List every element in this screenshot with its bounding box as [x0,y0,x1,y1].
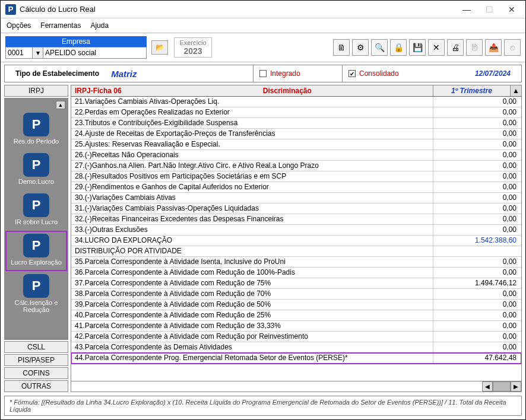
tab-outras[interactable]: OUTRAS [4,380,68,392]
open-folder-button[interactable]: 📂 [151,40,168,55]
row-description: 40.Parcela Correspondente à Atividade co… [71,310,433,320]
tb-lock-button[interactable]: 🔒 [390,39,407,56]
tb-search-button[interactable]: 🔍 [371,39,388,56]
sidebar-item-lucro-exploracao[interactable]: P Lucro Exploração [6,231,66,271]
table-row[interactable]: 34.LUCRO DA EXPLORAÇÃO1.542.388,60 [71,236,521,246]
tb-exit-button[interactable]: ⎋ [504,39,521,56]
table-row[interactable]: 40.Parcela Correspondente à Atividade co… [71,310,521,321]
empresa-code-input[interactable] [5,47,33,59]
table-row[interactable]: 31.(-)Variações Cambiais Passivas-Operaç… [71,203,521,214]
menu-opcoes[interactable]: Opções [7,21,31,30]
maximize-button[interactable]: ☐ [478,1,500,18]
table-row[interactable]: 39.Parcela Correspondente à Atividade co… [71,300,521,310]
tb-export-button[interactable]: 📤 [485,39,502,56]
row-description: 38.Parcela Correspondente à Atividade co… [71,289,433,299]
p-icon: P [23,113,49,136]
row-description: 33.(-)Outras Exclusões [71,225,433,235]
search-icon: 🔍 [375,43,385,52]
table-row[interactable]: 21.Variações Cambiais Ativas-Operações L… [71,97,521,107]
hscroll-right[interactable]: ▶ [511,381,521,392]
table-row[interactable]: 26.(-)Receitas Não Operacionais0,00 [71,150,521,161]
integrado-checkbox[interactable] [259,70,267,77]
grid-discriminacao-label: Discriminação [263,87,312,95]
hscroll-left[interactable]: ◀ [482,381,493,392]
table-row[interactable]: 36.Parcela Correspondente à Atividade co… [71,268,521,278]
table-row[interactable]: 41.Parcela Correspondente à Atividade co… [71,321,521,332]
table-row[interactable]: 35.Parcela Correspondente à Atividade Is… [71,257,521,268]
tb-settings-button[interactable]: ⚙ [352,39,369,56]
row-value: 0,00 [433,257,521,267]
row-description: 21.Variações Cambiais Ativas-Operações L… [71,97,433,107]
grid-scroll-up[interactable]: ▲ [511,85,521,96]
table-row[interactable]: 22.Perdas em Operações Realizadas no Ext… [71,107,521,118]
empresa-apelido-input[interactable] [43,47,147,59]
table-row[interactable]: 32.(-)Receitas Financeiras Excedentes da… [71,214,521,225]
grid-body: 21.Variações Cambiais Ativas-Operações L… [71,97,521,381]
tab-csll[interactable]: CSLL [4,341,68,353]
sidebar-item-ir-sobre-lucro[interactable]: P IR sobre Lucro [6,191,66,230]
document-icon: 🗎 [337,43,346,52]
table-row[interactable]: 37.Parcela Correspondente à Atividade co… [71,278,521,289]
table-row[interactable]: 29.(-)Rendimentos e Ganhos de Capital Au… [71,182,521,193]
row-value: 0,00 [433,97,521,107]
menu-ajuda[interactable]: Ajuda [90,21,109,30]
sidebar-item-demo-lucro[interactable]: P Demo.Lucro [6,151,66,190]
row-description: 27.(-)Ganhos.na Alien. Part.Não Integr.A… [71,161,433,171]
row-value: 0,00 [433,171,521,182]
row-value: 0,00 [433,150,521,160]
menu-bar: Opções Ferramentas Ajuda [1,18,525,33]
row-description: 25.Ajustes: Reservas Reavaliação e Espec… [71,139,433,149]
sidebar-item-calc-isencao[interactable]: P Cálc.Isenção e Redução [6,272,66,318]
delete-icon: ✕ [433,43,440,52]
table-row[interactable]: 30.(-)Variações Cambiais Ativas0,00 [71,193,521,203]
sidebar-scroll-up[interactable]: ▲ [56,101,65,109]
row-value: 0,00 [433,225,521,235]
app-window: P Cálculo do Lucro Real — ☐ ✕ Opções Fer… [0,0,526,420]
menu-ferramentas[interactable]: Ferramentas [40,21,81,30]
tb-delete-button[interactable]: ✕ [428,39,445,56]
lock-icon: 🔒 [394,43,404,52]
table-row[interactable]: 25.Ajustes: Reservas Reavaliação e Espec… [71,139,521,150]
row-value: 0,00 [433,300,521,310]
row-value: 0,00 [433,161,521,171]
row-value: 47.642,48 [433,353,521,363]
row-description: 41.Parcela Correspondente à Atividade co… [71,321,433,331]
table-row[interactable]: 44.Parcela Correspondente Prog. Emergenc… [71,353,521,364]
table-row[interactable]: DISTRIBUIÇÃO POR ATIVIDADE [71,246,521,257]
p-icon: P [23,274,49,298]
p-icon: P [23,234,49,257]
grid-col-trimestre[interactable]: 1º Trimestre [433,85,511,96]
close-button[interactable]: ✕ [500,1,523,18]
p-icon: P [23,153,49,177]
table-row[interactable]: 28.(-)Resultados Positivos em Participaç… [71,171,521,182]
empresa-header: Empresa [5,36,147,47]
table-row[interactable]: 27.(-)Ganhos.na Alien. Part.Não Integr.A… [71,161,521,171]
tb-save-button[interactable]: 💾 [409,39,426,56]
row-description: 29.(-)Rendimentos e Ganhos de Capital Au… [71,182,433,192]
consolidado-checkbox[interactable]: ✔ [348,70,356,77]
save-icon: 💾 [413,43,423,52]
row-value: 0,00 [433,268,521,278]
sidebar-item-res-periodo[interactable]: P Res.do Período [6,110,66,149]
row-value: 1.542.388,60 [433,236,521,246]
table-row[interactable]: 38.Parcela Correspondente à Atividade co… [71,289,521,300]
empresa-dropdown-button[interactable]: ▾ [33,47,43,59]
table-row[interactable]: 23.Tributos e Contribuições-Exigibilidad… [71,118,521,129]
row-value [433,246,521,256]
tb-print-button[interactable]: 🖨 [447,39,464,56]
tab-pispasep[interactable]: PIS/PASEP [4,354,68,366]
table-row[interactable]: 43.Parcela Correspondente às Demais Ativ… [71,342,521,353]
sidebar-item-label: Lucro Exploração [11,259,62,266]
row-description: 26.(-)Receitas Não Operacionais [71,150,433,160]
sidebar-nav: ▲ P Res.do Período P Demo.Lucro P IR sob… [4,98,68,340]
sidebar-item-label: Cálc.Isenção e Redução [15,299,58,313]
table-row[interactable]: 24.Ajuste de Receitas de Exportação-Preç… [71,129,521,139]
minimize-button[interactable]: — [455,1,478,18]
tb-report-button[interactable]: 🖹 [466,39,483,56]
table-row[interactable]: 42.Parcela Correspondente à Atividade co… [71,332,521,342]
tab-irpj[interactable]: IRPJ [4,85,68,97]
tab-cofins[interactable]: COFINS [4,367,68,379]
table-row[interactable]: 33.(-)Outras Exclusões0,00 [71,225,521,236]
hscroll-thumb[interactable] [493,381,511,392]
tb-document-button[interactable]: 🗎 [333,39,350,56]
